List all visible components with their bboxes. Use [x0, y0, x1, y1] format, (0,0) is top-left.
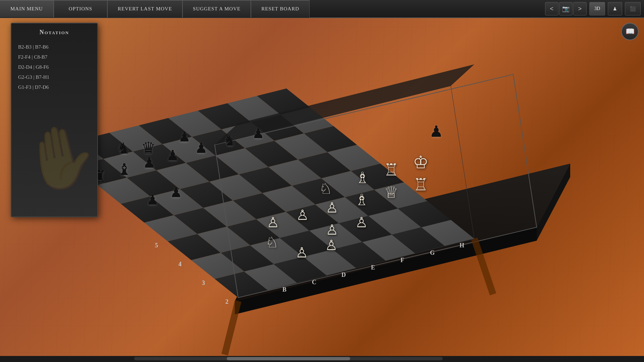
black-pawn-5: ♟: [178, 129, 191, 144]
white-bishop-2: ♗: [356, 169, 369, 186]
white-pawn-2: ♙: [325, 237, 338, 253]
options-button[interactable]: Options: [54, 0, 107, 18]
black-knight-2: ♞: [117, 139, 130, 157]
notation-panel: Notation B2-B3 | B7-B6 F2-F4 | C8-B7 D2-…: [11, 23, 98, 217]
white-knight-2: ♘: [265, 234, 278, 250]
white-bishop-1: ♗: [355, 191, 369, 208]
coord-4: 4: [178, 261, 181, 267]
white-pawn-1: ♙: [296, 245, 308, 260]
book-icon[interactable]: 📖: [621, 23, 639, 40]
white-king: ♔: [413, 153, 429, 172]
notation-title: Notation: [18, 29, 91, 36]
black-bishop-1: ♝: [117, 161, 131, 178]
black-pawn-left-2: ♟: [147, 192, 159, 207]
notation-entry-3: D2-D4 | G8-F6: [18, 62, 91, 72]
reset-board-button[interactable]: Reset Board: [251, 0, 310, 18]
white-pawn-7: ♙: [326, 222, 338, 238]
scrollbar-track[interactable]: [134, 357, 443, 360]
menu-bar: Main Menu Options Revert Last Move Sugge…: [0, 0, 644, 18]
coord-b: B: [282, 286, 286, 293]
notation-entry-4: G2-G3 | B7-H1: [18, 72, 91, 82]
chess-board-svg: 2 3 4 5 H G F E D C B ♟ ♟ ♟ ♞ ♝: [97, 0, 644, 356]
coord-2: 2: [225, 298, 228, 305]
black-pawn-4: ♟: [252, 126, 264, 141]
white-rook-1: ♖: [384, 161, 399, 179]
coord-e: E: [371, 264, 375, 271]
notation-entry-5: G1-F3 | D7-D6: [18, 82, 91, 92]
mode-player-button[interactable]: ♟: [608, 2, 622, 15]
prev-button[interactable]: <: [545, 2, 558, 15]
coord-d: D: [341, 272, 346, 278]
bottom-scrollbar-bar: [0, 356, 644, 362]
white-pawn-5: ♙: [326, 200, 338, 216]
white-pawn-4: ♙: [296, 207, 309, 223]
coord-5: 5: [155, 242, 158, 249]
black-knight-1: ♞: [223, 133, 236, 148]
coord-g: G: [430, 249, 435, 256]
black-pawn-left-1: ♟: [170, 185, 182, 200]
black-pawn-3: ♟: [143, 155, 156, 171]
camera-button[interactable]: 📷: [559, 2, 573, 15]
white-rook-2: ♖: [413, 175, 428, 194]
main-menu-button[interactable]: Main Menu: [0, 0, 54, 18]
next-button[interactable]: >: [573, 2, 587, 15]
black-piece-far-right: ♟: [429, 123, 443, 140]
coord-3: 3: [202, 280, 205, 286]
svg-line-70: [225, 301, 238, 355]
white-pawn-6: ♙: [355, 215, 368, 230]
chess-main-area: 2 3 4 5 H G F E D C B ♟ ♟ ♟ ♞ ♝: [97, 0, 644, 356]
white-knight-1: ♘: [319, 180, 332, 197]
black-queen-1: ♛: [141, 139, 156, 157]
black-pawn-2: ♟: [195, 140, 208, 156]
revert-last-move-button[interactable]: Revert Last Move: [107, 0, 182, 18]
suggest-move-button[interactable]: Suggest a Move: [182, 0, 251, 18]
white-queen-1: ♕: [384, 183, 398, 201]
notation-entry-1: B2-B3 | B7-B6: [18, 42, 91, 52]
coord-h: H: [460, 242, 464, 249]
notation-entry-2: F2-F4 | C8-B7: [18, 52, 91, 62]
mode-3d-button[interactable]: 3D: [589, 2, 605, 15]
marble-hand-decoration: ✋: [18, 118, 101, 228]
menu-right-controls: < 📷 > 3D ♟ ⬛: [545, 0, 644, 18]
coord-f: F: [400, 257, 404, 263]
white-pawn-3: ♙: [267, 215, 279, 230]
mode-board-button[interactable]: ⬛: [625, 2, 641, 15]
coord-c: C: [312, 279, 316, 286]
scrollbar-thumb[interactable]: [227, 357, 350, 360]
black-pawn-1: ♟: [166, 147, 179, 163]
